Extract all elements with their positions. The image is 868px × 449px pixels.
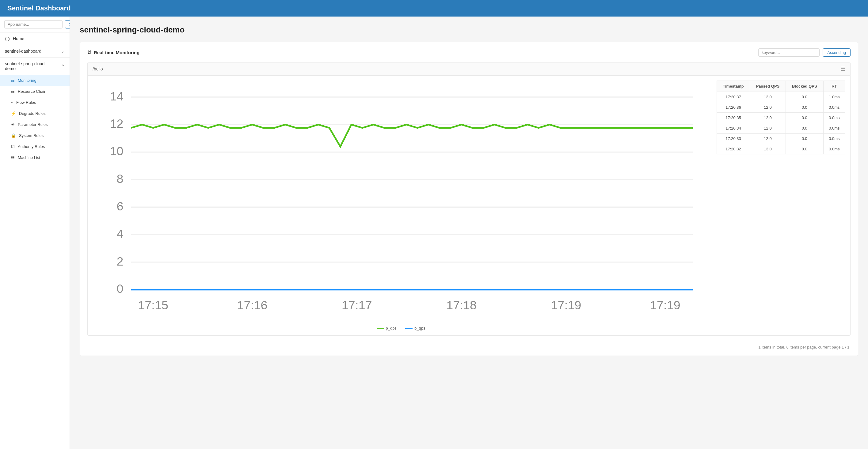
sidebar-item-degrade-rules[interactable]: ⚡ Degrade Rules bbox=[0, 108, 69, 119]
svg-text:0: 0 bbox=[117, 282, 124, 295]
table-row: 17:20:3713.00.01.0ms bbox=[717, 92, 845, 102]
card-header-left: ⇵ Real-time Monitoring bbox=[87, 50, 140, 56]
svg-text:4: 4 bbox=[117, 227, 124, 240]
sidebar-item-label-machine-list: Machine List bbox=[18, 155, 40, 160]
panel-menu-icon[interactable]: ☰ bbox=[840, 66, 845, 72]
table-row: 17:20:3312.00.00.0ms bbox=[717, 133, 845, 144]
table-head: Timestamp Passed QPS Blocked QPS RT bbox=[717, 81, 845, 92]
table-body: 17:20:3713.00.01.0ms17:20:3612.00.00.0ms… bbox=[717, 92, 845, 154]
sidebar: Search ◯ Home sentinel-dashboard ⌄ senti… bbox=[0, 17, 70, 449]
nav-group-sentinel-spring-cloud-demo[interactable]: sentinel-spring-cloud-demo ⌃ bbox=[0, 58, 69, 75]
chart-svg-wrapper: 14 12 10 8 6 4 2 0 bbox=[93, 81, 709, 323]
bar-chart-icon: ☷ bbox=[11, 78, 15, 83]
sidebar-item-authority-rules[interactable]: ☑ Authority Rules bbox=[0, 141, 69, 152]
table-row: 17:20:3612.00.00.0ms bbox=[717, 102, 845, 113]
chart-legend: p_qps b_qps bbox=[93, 326, 709, 330]
cell-blocked_qps: 0.0 bbox=[785, 123, 823, 133]
monitor-panel-header: /hello ☰ bbox=[88, 62, 850, 76]
sort-icon: ⇵ bbox=[87, 50, 91, 56]
cell-timestamp: 17:20:36 bbox=[717, 102, 750, 113]
monitor-panel-body: 14 12 10 8 6 4 2 0 bbox=[88, 76, 850, 335]
cell-blocked_qps: 0.0 bbox=[785, 113, 823, 123]
monitoring-card: ⇵ Real-time Monitoring Ascending /hello … bbox=[80, 42, 858, 356]
cell-timestamp: 17:20:35 bbox=[717, 113, 750, 123]
cell-timestamp: 17:20:37 bbox=[717, 92, 750, 102]
cell-passed_qps: 13.0 bbox=[750, 144, 785, 154]
cell-rt: 0.0ms bbox=[823, 133, 845, 144]
cell-rt: 0.0ms bbox=[823, 123, 845, 133]
col-blocked-qps: Blocked QPS bbox=[785, 81, 823, 92]
app-title: Sentinel Dashboard bbox=[7, 4, 71, 12]
search-area: Search bbox=[0, 17, 69, 32]
sidebar-item-label-system-rules: System Rules bbox=[19, 133, 43, 138]
chevron-down-icon: ⌄ bbox=[61, 49, 65, 54]
sidebar-item-system-rules[interactable]: 🔒 System Rules bbox=[0, 130, 69, 141]
svg-text:2: 2 bbox=[117, 255, 124, 268]
cell-rt: 0.0ms bbox=[823, 102, 845, 113]
table-icon: ☷ bbox=[11, 89, 15, 94]
pagination-info: 1 items in total. 6 items per page, curr… bbox=[758, 345, 850, 349]
card-header-right: Ascending bbox=[758, 49, 850, 57]
cell-rt: 0.0ms bbox=[823, 113, 845, 123]
filter-icon: ▿ bbox=[11, 100, 13, 105]
lightning-icon: ⚡ bbox=[11, 111, 16, 116]
legend-b-qps: b_qps bbox=[405, 326, 425, 330]
cell-blocked_qps: 0.0 bbox=[785, 102, 823, 113]
b-qps-line-sample bbox=[405, 328, 412, 329]
search-input[interactable] bbox=[4, 20, 63, 29]
resource-name: /hello bbox=[93, 66, 103, 71]
sidebar-item-label-degrade-rules: Degrade Rules bbox=[19, 111, 46, 116]
section-title: Real-time Monitoring bbox=[94, 50, 140, 55]
cell-timestamp: 17:20:33 bbox=[717, 133, 750, 144]
svg-text:17:19: 17:19 bbox=[650, 298, 680, 312]
list-icon: ☷ bbox=[11, 155, 15, 160]
chart-svg: 14 12 10 8 6 4 2 0 bbox=[93, 81, 709, 322]
nav-group-sentinel-dashboard[interactable]: sentinel-dashboard ⌄ bbox=[0, 45, 69, 58]
lock-icon: 🔒 bbox=[11, 133, 16, 138]
table-row: 17:20:3412.00.00.0ms bbox=[717, 123, 845, 133]
sidebar-item-monitoring[interactable]: ☷ Monitoring bbox=[0, 75, 69, 86]
sidebar-item-label-resource-chain: Resource Chain bbox=[18, 89, 46, 94]
svg-text:17:15: 17:15 bbox=[138, 298, 168, 312]
app-header: Sentinel Dashboard bbox=[0, 0, 868, 17]
nav-group-label-text: sentinel-dashboard bbox=[5, 49, 41, 54]
svg-text:17:16: 17:16 bbox=[237, 298, 268, 312]
home-icon: ◯ bbox=[5, 36, 10, 41]
sidebar-item-parameter-rules[interactable]: ☀ Parameter Rules bbox=[0, 119, 69, 130]
col-passed-qps: Passed QPS bbox=[750, 81, 785, 92]
svg-text:12: 12 bbox=[110, 117, 124, 130]
cell-blocked_qps: 0.0 bbox=[785, 133, 823, 144]
cell-passed_qps: 13.0 bbox=[750, 92, 785, 102]
sidebar-item-home[interactable]: ◯ Home bbox=[0, 32, 69, 45]
table-header-row: Timestamp Passed QPS Blocked QPS RT bbox=[717, 81, 845, 92]
sidebar-item-label-monitoring: Monitoring bbox=[18, 78, 36, 83]
nav-group-label-text-2: sentinel-spring-cloud-demo bbox=[5, 61, 46, 71]
check-square-icon: ☑ bbox=[11, 144, 15, 149]
sidebar-item-flow-rules[interactable]: ▿ Flow Rules bbox=[0, 97, 69, 108]
svg-text:10: 10 bbox=[110, 144, 124, 158]
ascending-button[interactable]: Ascending bbox=[823, 49, 850, 57]
layout: Search ◯ Home sentinel-dashboard ⌄ senti… bbox=[0, 17, 868, 449]
keyword-input[interactable] bbox=[758, 49, 819, 57]
search-button[interactable]: Search bbox=[65, 20, 70, 29]
card-footer: 1 items in total. 6 items per page, curr… bbox=[87, 341, 850, 349]
home-label: Home bbox=[13, 36, 24, 41]
sidebar-item-resource-chain[interactable]: ☷ Resource Chain bbox=[0, 86, 69, 97]
cell-passed_qps: 12.0 bbox=[750, 113, 785, 123]
svg-text:17:18: 17:18 bbox=[446, 298, 476, 312]
legend-b-qps-label: b_qps bbox=[414, 326, 425, 330]
legend-p-qps-label: p_qps bbox=[386, 326, 397, 330]
sidebar-item-label-flow-rules: Flow Rules bbox=[16, 100, 36, 105]
svg-text:8: 8 bbox=[117, 172, 124, 185]
cell-blocked_qps: 0.0 bbox=[785, 92, 823, 102]
col-timestamp: Timestamp bbox=[717, 81, 750, 92]
col-rt: RT bbox=[823, 81, 845, 92]
cell-rt: 1.0ms bbox=[823, 92, 845, 102]
card-header: ⇵ Real-time Monitoring Ascending bbox=[87, 49, 850, 57]
cell-timestamp: 17:20:34 bbox=[717, 123, 750, 133]
sidebar-item-label-parameter-rules: Parameter Rules bbox=[18, 122, 48, 127]
cell-blocked_qps: 0.0 bbox=[785, 144, 823, 154]
sidebar-item-machine-list[interactable]: ☷ Machine List bbox=[0, 152, 69, 163]
cell-passed_qps: 12.0 bbox=[750, 123, 785, 133]
svg-text:17:19: 17:19 bbox=[551, 298, 581, 312]
